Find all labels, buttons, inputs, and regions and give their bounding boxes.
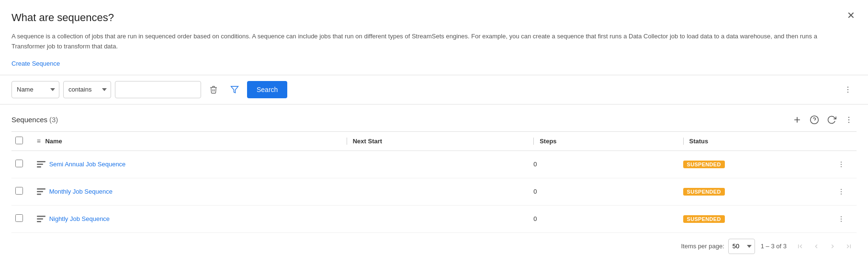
steps-cell: 0: [530, 178, 679, 205]
row-checkbox-2[interactable]: [15, 187, 23, 195]
prev-page-button[interactable]: [809, 239, 824, 254]
filter-icon: [230, 85, 239, 94]
last-page-button[interactable]: [841, 239, 857, 254]
svg-point-1: [847, 86, 848, 87]
svg-rect-17: [37, 194, 41, 195]
table-more-button[interactable]: [841, 112, 857, 127]
col-steps-header: Steps: [533, 138, 556, 145]
more-vert-icon: [844, 85, 852, 94]
sequence-lines-icon: [37, 161, 45, 168]
table-header-row: Sequences (3): [11, 104, 857, 131]
close-icon: ✕: [847, 10, 855, 21]
create-sequence-link[interactable]: Create Sequence: [11, 60, 60, 67]
svg-point-14: [841, 166, 842, 167]
refresh-icon: [827, 115, 836, 125]
sequence-lines-icon: [37, 188, 45, 195]
svg-rect-22: [37, 218, 43, 220]
steps-cell: 0: [530, 205, 679, 232]
col-name-header: Name: [45, 138, 62, 145]
status-badge: SUSPENDED: [683, 215, 725, 223]
svg-point-2: [847, 89, 848, 90]
svg-point-18: [841, 189, 842, 190]
svg-point-24: [841, 216, 842, 217]
svg-rect-21: [37, 216, 45, 217]
sequence-lines-icon: [37, 216, 45, 222]
first-page-icon: [796, 243, 804, 250]
filter-value-input[interactable]: [115, 81, 201, 98]
table-count: (3): [49, 116, 58, 124]
next-start-cell: [343, 178, 530, 205]
refresh-button[interactable]: [824, 112, 839, 127]
per-page-select[interactable]: 10 25 50 100: [728, 239, 755, 254]
search-button[interactable]: Search: [247, 81, 287, 98]
svg-point-4: [811, 116, 819, 124]
table-title-area: Sequences (3): [11, 116, 58, 124]
sequence-name-link[interactable]: Monthly Job Sequence: [49, 188, 113, 195]
help-button[interactable]: [807, 112, 822, 127]
svg-point-7: [848, 119, 849, 120]
description-text: A sequence is a collection of jobs that …: [11, 32, 825, 52]
svg-point-8: [848, 122, 849, 123]
svg-point-13: [841, 164, 842, 165]
filter-condition-select[interactable]: contains equals starts with ends with: [63, 81, 111, 98]
filter-options-button[interactable]: [226, 81, 243, 98]
header-section: What are sequences? A sequence is a coll…: [0, 0, 868, 75]
svg-point-19: [841, 191, 842, 192]
sequence-icon-header: ≡: [37, 137, 41, 145]
row-more-button[interactable]: [833, 156, 850, 173]
svg-point-20: [841, 193, 842, 194]
svg-rect-9: [37, 161, 45, 162]
filter-more-button[interactable]: [839, 81, 857, 98]
more-vert-icon: [837, 215, 845, 223]
prev-page-icon: [812, 243, 820, 250]
table-actions: [789, 112, 857, 127]
svg-rect-15: [37, 188, 45, 190]
next-start-cell: [343, 205, 530, 232]
more-vert-icon: [837, 188, 845, 196]
table-title: Sequences: [11, 116, 47, 124]
more-vert-icon: [837, 161, 845, 168]
sequences-table: ≡ Name Next Start Steps Status: [11, 131, 857, 233]
delete-filter-button[interactable]: [205, 81, 222, 98]
row-more-button[interactable]: [833, 183, 850, 200]
sequence-name-link[interactable]: Semi Annual Job Sequence: [49, 161, 126, 168]
steps-cell: 0: [530, 151, 679, 178]
trash-icon: [209, 85, 218, 94]
filter-field-select[interactable]: Name Status Steps: [11, 81, 59, 98]
pagination-row: Items per page: 10 25 50 100 1 – 3 of 3: [11, 233, 857, 258]
items-per-page-area: Items per page: 10 25 50 100: [681, 239, 755, 254]
status-cell: SUSPENDED: [679, 205, 829, 232]
next-page-button[interactable]: [825, 239, 840, 254]
col-status-header: Status: [683, 138, 709, 145]
row-checkbox-1[interactable]: [15, 160, 23, 167]
svg-point-25: [841, 219, 842, 220]
first-page-button[interactable]: [792, 239, 808, 254]
svg-rect-10: [37, 163, 43, 165]
svg-point-6: [848, 116, 849, 117]
svg-point-3: [847, 92, 848, 93]
status-badge: SUSPENDED: [683, 161, 725, 168]
svg-marker-0: [231, 86, 238, 93]
next-page-icon: [829, 243, 836, 250]
status-cell: SUSPENDED: [679, 178, 829, 205]
page-title: What are sequences?: [11, 12, 857, 24]
items-per-page-label: Items per page:: [681, 243, 724, 250]
row-more-button[interactable]: [833, 210, 850, 228]
more-vert-icon: [845, 116, 853, 124]
row-checkbox-3[interactable]: [15, 214, 23, 222]
sequence-name-link[interactable]: Nightly Job Sequence: [49, 215, 110, 222]
close-button[interactable]: ✕: [843, 8, 858, 23]
svg-rect-16: [37, 191, 43, 192]
status-badge: SUSPENDED: [683, 188, 725, 196]
help-icon: [810, 115, 819, 125]
svg-rect-23: [37, 221, 41, 222]
select-all-checkbox[interactable]: [15, 137, 23, 144]
status-cell: SUSPENDED: [679, 151, 829, 178]
svg-point-12: [841, 162, 842, 162]
add-sequence-button[interactable]: [789, 112, 805, 127]
next-start-cell: [343, 151, 530, 178]
col-next-start-header: Next Start: [347, 138, 382, 145]
last-page-icon: [845, 243, 853, 250]
table-row: Monthly Job Sequence 0 SUSPENDED: [11, 178, 857, 205]
table-section: Sequences (3): [0, 104, 868, 258]
